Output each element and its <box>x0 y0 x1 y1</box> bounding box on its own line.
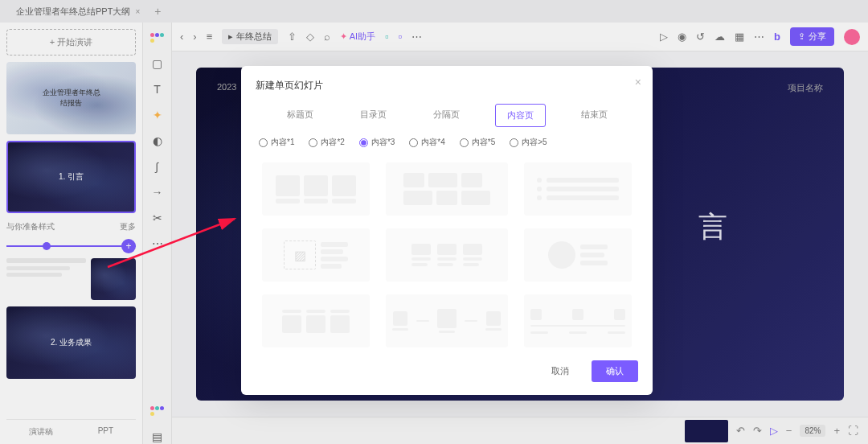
template-grid: ▨ <box>256 159 638 352</box>
template-option[interactable] <box>262 294 370 347</box>
radio-content-5[interactable]: 内容*5 <box>460 137 495 148</box>
modal-footer: 取消 确认 <box>256 360 638 382</box>
cancel-button[interactable]: 取消 <box>537 360 583 382</box>
modal-title: 新建单页幻灯片 <box>256 79 638 92</box>
tab-toc-page[interactable]: 目录页 <box>349 104 398 127</box>
template-option[interactable] <box>386 162 508 216</box>
template-option[interactable] <box>524 162 632 216</box>
radio-content-3[interactable]: 内容*3 <box>359 137 395 148</box>
tab-title-page[interactable]: 标题页 <box>276 104 325 127</box>
new-slide-modal: 新建单页幻灯片 × 标题页 目录页 分隔页 内容页 结束页 内容*1 内容*2 … <box>241 66 653 395</box>
tab-content-page[interactable]: 内容页 <box>495 104 546 127</box>
template-option[interactable] <box>262 162 370 216</box>
modal-tabs: 标题页 目录页 分隔页 内容页 结束页 <box>256 104 638 127</box>
template-option[interactable]: ▨ <box>262 228 370 282</box>
template-option[interactable] <box>524 228 632 282</box>
radio-content-2[interactable]: 内容*2 <box>309 137 344 148</box>
tab-end-page[interactable]: 结束页 <box>570 104 619 127</box>
radio-content-4[interactable]: 内容*4 <box>409 137 444 148</box>
content-count-radios: 内容*1 内容*2 内容*3 内容*4 内容*5 内容>5 <box>256 137 638 148</box>
close-icon[interactable]: × <box>635 76 641 88</box>
tab-divider-page[interactable]: 分隔页 <box>422 104 471 127</box>
template-option[interactable] <box>386 228 508 282</box>
radio-content-1[interactable]: 内容*1 <box>259 137 294 148</box>
template-option[interactable] <box>386 294 508 347</box>
template-option[interactable] <box>524 294 632 347</box>
confirm-button[interactable]: 确认 <box>592 360 638 382</box>
radio-content-gt5[interactable]: 内容>5 <box>510 137 547 148</box>
